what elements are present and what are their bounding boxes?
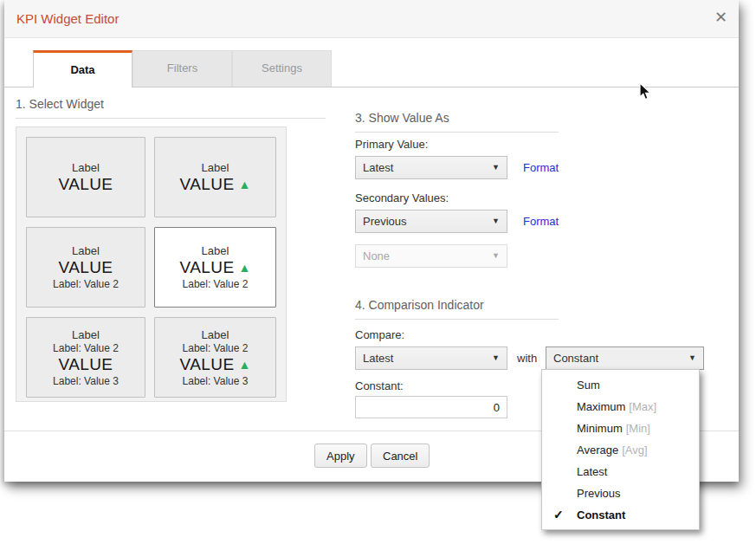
tile-label: Label [202, 161, 229, 174]
select-widget-heading: 1. Select Widget [16, 97, 326, 119]
compare-label: Compare: [355, 328, 404, 341]
tile-value: VALUE [180, 175, 235, 194]
primary-value-selected: Latest [363, 161, 393, 174]
tile-label: Label [202, 244, 229, 257]
checkmark-icon: ✓ [553, 504, 564, 526]
tertiary-value-select-disabled: None ▼ [355, 244, 507, 268]
chevron-down-icon: ▼ [492, 210, 500, 232]
tile-value: VALUE [59, 175, 113, 194]
secondary-values-label: Secondary Values: [355, 191, 449, 204]
tile-sub-label: Label: Value 3 [53, 375, 119, 387]
constant-input[interactable] [355, 396, 507, 418]
dialog-header: KPI Widget Editor ✕ [4, 0, 739, 38]
menu-item-label: Latest [577, 465, 607, 478]
menu-item-label: Average [577, 444, 618, 457]
secondary-format-link[interactable]: Format [523, 215, 559, 228]
widget-tile-label-value-sub[interactable]: Label VALUE Label: Value 2 [26, 227, 145, 308]
menu-item-suffix: [Min] [626, 422, 650, 435]
menu-item-minimum[interactable]: Minimum[Min] [542, 418, 699, 439]
tab-data[interactable]: Data [33, 50, 132, 87]
tab-filters[interactable]: Filters [132, 50, 232, 87]
primary-format-link[interactable]: Format [523, 161, 559, 174]
widget-tile-label-value-arrow-sub-selected[interactable]: Label VALUE ▲ Label: Value 2 [154, 227, 276, 308]
tile-label: Label [72, 161, 100, 174]
chevron-down-icon: ▼ [492, 347, 500, 369]
dialog-title: KPI Widget Editor [16, 11, 119, 26]
menu-item-constant-checked[interactable]: ✓ Constant [542, 504, 699, 526]
widget-tile-two-subs[interactable]: Label Label: Value 2 VALUE Label: Value … [26, 317, 145, 398]
compare-selected: Latest [363, 352, 393, 365]
menu-item-suffix: [Avg] [622, 444, 647, 457]
tile-value-row: VALUE ▲ [180, 175, 251, 194]
tile-sub-label: Label: Value 3 [183, 375, 249, 387]
compare-with-dropdown-menu: Sum Maximum[Max] Minimum[Min] Average[Av… [541, 369, 700, 530]
menu-item-label: Minimum [577, 422, 623, 435]
tile-sub-label: Label: Value 2 [183, 342, 249, 354]
menu-item-label: Previous [577, 487, 621, 500]
chevron-down-icon: ▼ [492, 157, 500, 178]
constant-label: Constant: [355, 379, 404, 392]
tab-settings[interactable]: Settings [232, 50, 332, 87]
comparison-heading: 4. Comparison Indicator [355, 298, 559, 320]
menu-item-previous[interactable]: Previous [542, 482, 699, 504]
menu-item-maximum[interactable]: Maximum[Max] [542, 396, 699, 418]
compare-select[interactable]: Latest ▼ [355, 346, 507, 370]
compare-with-selected: Constant [553, 352, 598, 365]
tile-label: Label [72, 328, 100, 341]
with-label: with [517, 352, 537, 365]
widget-tile-label-value-arrow[interactable]: Label VALUE ▲ [154, 137, 276, 217]
secondary-value-select[interactable]: Previous ▼ [355, 210, 507, 233]
menu-item-suffix: [Max] [629, 400, 656, 413]
trend-up-icon: ▲ [239, 262, 251, 274]
trend-up-icon: ▲ [239, 178, 251, 191]
menu-item-label: Constant [577, 508, 625, 521]
widget-tiles-container: Label VALUE Label VALUE ▲ Label VALUE La… [16, 126, 287, 402]
chevron-down-icon: ▼ [492, 245, 500, 267]
primary-value-label: Primary Value: [355, 138, 428, 151]
tile-value: VALUE [180, 355, 235, 374]
tile-value: VALUE [59, 258, 113, 277]
screenshot-stage: KPI Widget Editor ✕ Data Filters Setting… [0, 0, 756, 544]
tile-label: Label [202, 328, 229, 341]
chevron-down-icon: ▼ [688, 347, 696, 369]
mouse-cursor-icon [639, 82, 653, 105]
primary-value-select[interactable]: Latest ▼ [355, 156, 507, 179]
tertiary-value-selected: None [363, 249, 390, 262]
cancel-button[interactable]: Cancel [371, 444, 430, 468]
compare-with-select-open[interactable]: Constant ▼ [546, 346, 704, 370]
widget-tile-label-value[interactable]: Label VALUE [26, 137, 145, 217]
menu-item-label: Sum [577, 379, 600, 392]
tile-value-row: VALUE ▲ [180, 258, 251, 277]
widget-tile-two-subs-arrow[interactable]: Label Label: Value 2 VALUE ▲ Label: Valu… [154, 317, 276, 398]
show-value-heading: 3. Show Value As [355, 111, 559, 133]
tile-value: VALUE [59, 355, 113, 374]
secondary-value-selected: Previous [363, 215, 407, 228]
tile-label: Label [72, 244, 100, 257]
menu-item-average[interactable]: Average[Avg] [542, 439, 699, 461]
close-icon[interactable]: ✕ [714, 8, 727, 27]
menu-item-sum[interactable]: Sum [542, 374, 699, 396]
menu-item-label: Maximum [577, 400, 625, 413]
tile-sub-label: Label: Value 2 [183, 278, 249, 290]
trend-up-icon: ▲ [239, 359, 251, 371]
tile-value: VALUE [180, 258, 235, 277]
tile-value-row: VALUE ▲ [180, 355, 251, 374]
tab-bar: Data Filters Settings [4, 50, 739, 87]
menu-item-latest[interactable]: Latest [542, 461, 699, 482]
apply-button[interactable]: Apply [314, 444, 367, 468]
tile-sub-label: Label: Value 2 [53, 278, 119, 290]
tile-sub-label: Label: Value 2 [53, 342, 119, 354]
